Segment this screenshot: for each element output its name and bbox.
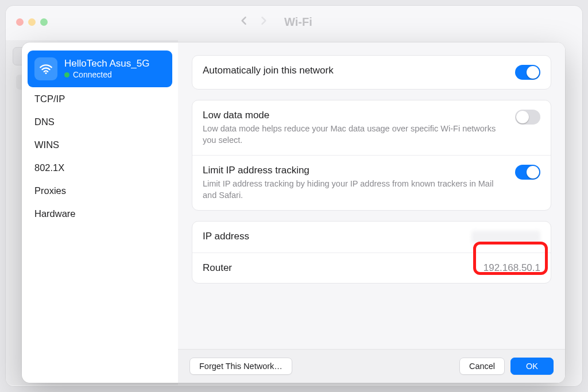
- limit-tracking-label: Limit IP address tracking: [203, 165, 506, 176]
- svg-point-0: [45, 72, 47, 74]
- network-status: Connected: [73, 70, 112, 80]
- forget-network-button[interactable]: Forget This Network…: [189, 358, 292, 375]
- sidebar-item-tcpip[interactable]: TCP/IP: [28, 87, 172, 110]
- sidebar-item-network[interactable]: HelloTech Asus_5G Connected: [28, 51, 172, 87]
- low-data-label: Low data mode: [203, 110, 506, 121]
- limit-tracking-toggle[interactable]: [515, 165, 540, 180]
- low-data-toggle[interactable]: [515, 110, 540, 125]
- sheet-content: Automatically join this network Low data…: [178, 42, 565, 383]
- wifi-icon: [34, 57, 57, 80]
- router-value: 192.168.50.1: [483, 262, 540, 274]
- sheet-sidebar: HelloTech Asus_5G Connected TCP/IP DNS W…: [22, 42, 178, 383]
- sidebar-item-hardware[interactable]: Hardware: [28, 202, 172, 225]
- auto-join-toggle[interactable]: [515, 65, 540, 80]
- status-dot-icon: [64, 72, 69, 77]
- network-details-sheet: HelloTech Asus_5G Connected TCP/IP DNS W…: [22, 42, 565, 383]
- sidebar-item-proxies[interactable]: Proxies: [28, 179, 172, 202]
- auto-join-label: Automatically join this network: [203, 65, 506, 76]
- limit-tracking-desc: Limit IP address tracking by hiding your…: [203, 178, 506, 201]
- ip-address-label: IP address: [203, 231, 462, 242]
- sidebar-item-dns[interactable]: DNS: [28, 110, 172, 133]
- cancel-button[interactable]: Cancel: [459, 358, 505, 375]
- group-privacy: Low data mode Low data mode helps reduce…: [192, 100, 551, 211]
- ip-address-value-redacted: [471, 231, 540, 243]
- network-name: HelloTech Asus_5G: [64, 58, 149, 69]
- low-data-desc: Low data mode helps reduce your Mac data…: [203, 123, 506, 146]
- ok-button[interactable]: OK: [510, 358, 554, 375]
- settings-scroll[interactable]: Automatically join this network Low data…: [178, 42, 565, 349]
- sidebar-item-8021x[interactable]: 802.1X: [28, 156, 172, 179]
- group-addresses: IP address Router 192.168.50.1: [192, 221, 551, 284]
- sheet-footer: Forget This Network… Cancel OK: [178, 349, 565, 383]
- sidebar-item-wins[interactable]: WINS: [28, 133, 172, 156]
- group-auto-join: Automatically join this network: [192, 55, 551, 90]
- router-label: Router: [203, 262, 474, 274]
